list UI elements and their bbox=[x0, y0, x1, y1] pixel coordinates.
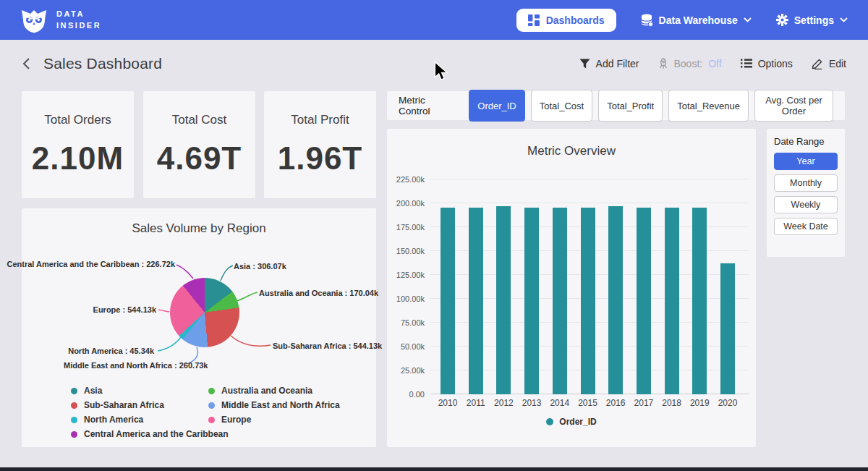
gridline bbox=[430, 203, 749, 203]
legend-dot bbox=[71, 402, 77, 409]
bottom-edge-strip bbox=[0, 467, 868, 471]
legend-label: Europe bbox=[221, 415, 251, 425]
y-tick-label: 225.00k bbox=[387, 175, 425, 184]
y-tick-label: 25.00k bbox=[387, 366, 425, 375]
date-range-option-weekly[interactable]: Weekly bbox=[774, 196, 838, 213]
app-window: DATA INSIDER Dashboards bbox=[0, 0, 868, 471]
kpi-value: 1.96T bbox=[278, 140, 363, 177]
pie-label-europe: Europe : 544.13k bbox=[93, 305, 156, 314]
date-range-card: Date Range YearMonthlyWeeklyWeek Date bbox=[767, 129, 845, 257]
bar-2012[interactable] bbox=[496, 206, 511, 394]
brand-line2: INSIDER bbox=[56, 20, 101, 32]
bar-2010[interactable] bbox=[441, 208, 455, 395]
pie-legend-item-central-america-and-the-caribbean[interactable]: Central America and the Caribbean bbox=[71, 429, 229, 439]
bar-2015[interactable] bbox=[581, 208, 595, 394]
legend-dot bbox=[71, 417, 77, 423]
sales-volume-card: Sales Volume by Region Asia : 306.07kAus… bbox=[22, 208, 376, 447]
kpi-value: 2.10M bbox=[32, 140, 124, 177]
edit-button[interactable]: Edit bbox=[812, 58, 846, 69]
legend-label: Australia and Oceania bbox=[221, 386, 312, 396]
bar-2019[interactable] bbox=[692, 208, 707, 394]
pie-chart[interactable] bbox=[170, 278, 239, 347]
y-tick-label: 200.00k bbox=[387, 199, 425, 208]
gear-icon bbox=[776, 14, 788, 26]
pie-legend-item-asia[interactable]: Asia bbox=[71, 386, 229, 396]
y-tick-label: 50.00k bbox=[387, 342, 425, 351]
metric-option-total-cost[interactable]: Total_Cost bbox=[531, 90, 592, 122]
gridline bbox=[430, 179, 749, 179]
bar-2020[interactable] bbox=[720, 263, 735, 394]
owl-logo-icon bbox=[20, 7, 48, 33]
x-tick-label: 2020 bbox=[710, 398, 745, 408]
metric-control-options: Order_IDTotal_CostTotal_ProfitTotal_Reve… bbox=[469, 90, 833, 122]
legend-label: Middle East and North Africa bbox=[221, 400, 340, 410]
date-range-option-year[interactable]: Year bbox=[774, 153, 838, 170]
pie-label-asia: Asia : 306.07k bbox=[234, 262, 286, 271]
pie-legend-item-sub-saharan-africa[interactable]: Sub-Saharan Africa bbox=[71, 400, 229, 410]
kpi-card-total-cost: Total Cost 4.69T bbox=[143, 91, 255, 198]
bar-2017[interactable] bbox=[637, 208, 651, 394]
chevron-down-icon bbox=[840, 17, 848, 22]
pie-label-north-america: North America : 45.34k bbox=[68, 347, 154, 355]
pie-legend-item-north-america[interactable]: North America bbox=[71, 415, 229, 425]
legend-label: Central America and the Caribbean bbox=[84, 429, 229, 439]
legend-label: Sub-Saharan Africa bbox=[84, 400, 164, 410]
bar-2013[interactable] bbox=[524, 208, 539, 394]
bar-2011[interactable] bbox=[469, 208, 483, 394]
kpi-card-total-orders: Total Orders 2.10M bbox=[22, 91, 134, 198]
metric-option-total-revenue[interactable]: Total_Revenue bbox=[668, 90, 749, 122]
brand[interactable]: DATA INSIDER bbox=[20, 7, 101, 33]
kpi-value: 4.69T bbox=[157, 140, 242, 177]
legend-dot bbox=[208, 417, 215, 423]
leader-line-north-america bbox=[158, 337, 181, 351]
chevron-down-icon bbox=[744, 17, 752, 22]
chart-title: Metric Overview bbox=[387, 144, 756, 158]
kpi-label: Total Orders bbox=[44, 113, 111, 127]
date-range-option-week-date[interactable]: Week Date bbox=[774, 218, 838, 235]
add-filter-button[interactable]: Add Filter bbox=[579, 58, 639, 69]
boost-toggle[interactable]: Boost: Off bbox=[658, 58, 722, 69]
brand-line1: DATA bbox=[56, 9, 101, 20]
y-tick-label: 100.00k bbox=[387, 294, 425, 303]
bar-2016[interactable] bbox=[608, 206, 623, 394]
y-tick-label: 0.00 bbox=[387, 390, 425, 399]
filter-icon bbox=[579, 59, 590, 69]
data-warehouse-menu[interactable]: Data Warehouse bbox=[641, 14, 752, 27]
pie-legend-item-australia-and-oceania[interactable]: Australia and Oceania bbox=[208, 386, 340, 396]
metric-option-order-id[interactable]: Order_ID bbox=[469, 90, 524, 122]
date-range-label: Date Range bbox=[774, 136, 838, 147]
leader-line-asia bbox=[221, 266, 233, 281]
date-range-option-monthly[interactable]: Monthly bbox=[774, 174, 838, 192]
y-tick-label: 75.00k bbox=[387, 318, 425, 327]
kpi-label: Total Cost bbox=[172, 113, 227, 127]
pie-title: Sales Volume by Region bbox=[22, 221, 376, 236]
back-button[interactable] bbox=[22, 57, 30, 70]
y-tick-label: 150.00k bbox=[387, 247, 425, 255]
pie-legend-item-europe[interactable]: Europe bbox=[208, 415, 340, 425]
metric-option-avg-cost-per-order[interactable]: Avg. Cost per Order bbox=[754, 90, 833, 122]
list-icon bbox=[741, 59, 752, 68]
dashboards-label: Dashboards bbox=[546, 14, 605, 26]
bar-2018[interactable] bbox=[665, 208, 679, 394]
chevron-left-icon bbox=[22, 57, 30, 70]
leader-line-central-america-and-the-caribbean bbox=[176, 265, 193, 279]
legend-dot bbox=[71, 431, 77, 438]
pie-legend-item-middle-east-and-north-africa[interactable]: Middle East and North Africa bbox=[208, 400, 340, 410]
bar-chart-plot bbox=[430, 179, 749, 394]
bar-2014[interactable] bbox=[553, 208, 567, 394]
pencil-icon bbox=[812, 58, 823, 69]
data-warehouse-label: Data Warehouse bbox=[659, 14, 738, 26]
pie-label-sub-saharan-africa: Sub-Saharan Africa : 544.13k bbox=[273, 341, 382, 350]
settings-menu[interactable]: Settings bbox=[776, 14, 848, 26]
pie-label-middle-east-and-north-africa: Middle East and North Africa : 260.73k bbox=[64, 361, 208, 370]
brand-text: DATA INSIDER bbox=[56, 9, 101, 32]
leader-line-europe bbox=[158, 310, 169, 312]
edit-label: Edit bbox=[829, 58, 846, 69]
kpi-label: Total Profit bbox=[291, 113, 349, 127]
dashboards-button[interactable]: Dashboards bbox=[516, 9, 616, 32]
metric-option-total-profit[interactable]: Total_Profit bbox=[598, 90, 663, 122]
pie-label-central-america-and-the-caribbean: Central America and the Caribbean : 226.… bbox=[7, 260, 175, 268]
metric-control-bar: Metric Control Order_IDTotal_CostTotal_P… bbox=[387, 91, 845, 120]
leader-line-australia-and-oceania bbox=[237, 292, 258, 301]
options-button[interactable]: Options bbox=[741, 58, 793, 69]
